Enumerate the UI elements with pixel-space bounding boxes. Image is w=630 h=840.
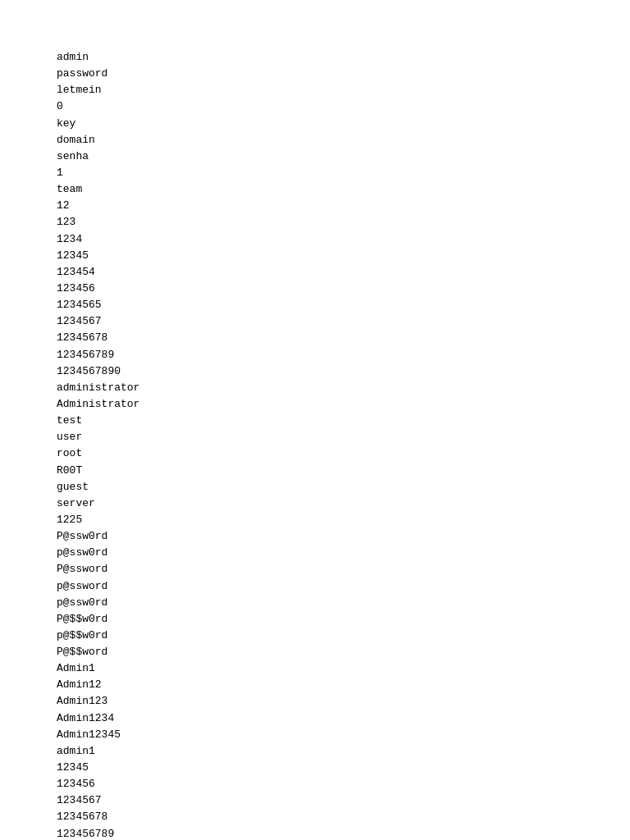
list-item: Administrator	[57, 396, 630, 413]
list-item: P@$$word	[57, 644, 630, 660]
list-item: p@ssw0rd	[57, 595, 630, 611]
list-item: 12345	[57, 760, 630, 776]
list-item: server	[57, 495, 630, 512]
list-item: 0	[57, 98, 630, 115]
list-item: 123456789	[57, 826, 630, 840]
list-item: senha	[57, 148, 630, 165]
list-item: 123456	[57, 281, 630, 297]
list-item: Admin1	[57, 660, 630, 677]
list-item: 12	[57, 198, 630, 214]
list-item: P@ssword	[57, 561, 630, 578]
list-item: password	[57, 66, 630, 82]
list-item: 1234567890	[57, 363, 630, 380]
list-item: domain	[57, 132, 630, 148]
list-item: 1	[57, 165, 630, 181]
list-item: 1225	[57, 512, 630, 528]
list-item: admin	[57, 49, 630, 66]
list-item: p@ssw0rd	[57, 545, 630, 561]
list-item: test	[57, 413, 630, 429]
list-item: guest	[57, 479, 630, 495]
list-item: key	[57, 116, 630, 132]
list-item: Admin1234	[57, 710, 630, 727]
list-item: Admin12	[57, 677, 630, 693]
word-list: adminpasswordletmein0keydomainsenha1team…	[57, 49, 630, 840]
list-item: Admin12345	[57, 727, 630, 743]
list-item: p@$$w0rd	[57, 628, 630, 644]
list-item: 123456	[57, 776, 630, 792]
list-item: p@ssword	[57, 578, 630, 595]
list-item: 1234567	[57, 792, 630, 809]
list-item: user	[57, 429, 630, 445]
list-item: 1234565	[57, 297, 630, 313]
list-item: 1234	[57, 231, 630, 248]
list-item: root	[57, 445, 630, 462]
list-item: 123454	[57, 264, 630, 281]
list-item: Admin123	[57, 693, 630, 710]
list-item: letmein	[57, 82, 630, 98]
list-item: 12345678	[57, 330, 630, 346]
list-item: 123456789	[57, 347, 630, 363]
list-item: P@$$w0rd	[57, 611, 630, 628]
list-item: admin1	[57, 743, 630, 760]
list-item: R00T	[57, 463, 630, 479]
list-item: 12345678	[57, 809, 630, 825]
list-item: team	[57, 181, 630, 198]
list-item: 123	[57, 214, 630, 231]
list-item: 12345	[57, 248, 630, 264]
list-item: administrator	[57, 380, 630, 396]
list-item: P@ssw0rd	[57, 528, 630, 545]
list-item: 1234567	[57, 313, 630, 330]
